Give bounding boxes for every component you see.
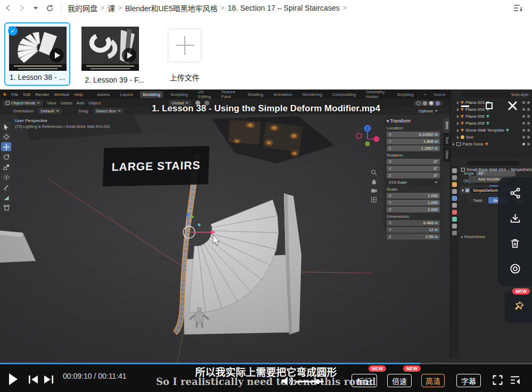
rotate-tool-icon [1,152,11,161]
menu-window: Window [54,92,69,97]
workspace-geometry-nodes: Geometry Nodes [363,89,389,100]
location-x-field: X0.31592 m [387,132,440,137]
tab-item: Item [443,118,450,133]
thumbnail-play-icon[interactable] [122,48,136,62]
subtitle-button[interactable]: 字幕 [456,374,481,387]
location-y-field: Y1.806 m [387,138,440,144]
minimize-icon[interactable] [461,105,469,107]
toolbar-divider [61,4,61,12]
playlist-icon[interactable] [509,374,521,386]
breadcrumb-item-blender[interactable]: Blender和UE5暗黑地牢风格 [125,3,218,13]
video-thumbnail-lesson39[interactable] [81,27,139,71]
rotation-x-field: X0° [387,159,440,165]
breadcrumb-item-section[interactable]: 18. Section 17 – Spiral Staircases [228,4,340,12]
sort-list-icon[interactable] [512,2,525,14]
video-player[interactable]: File Edit Render Window Help Assets Layo… [0,89,532,392]
workspace-rendering: Rendering [300,91,325,98]
modifier-name-field: SimpleDeform [471,187,501,193]
plus-icon [184,36,185,55]
side-action-panel [498,177,532,287]
breadcrumb-item-root[interactable]: 我的网盘 [68,3,97,13]
transform-panel: ▾ Transform Location: X0.31592 m Y1.806 … [383,116,443,231]
scene-selector: Scene [433,92,446,97]
volume-knob[interactable] [315,379,320,384]
lit-scene [212,116,334,164]
selected-check-icon[interactable]: ✓ [8,26,18,36]
play-button[interactable] [9,373,18,385]
volume-slider[interactable] [296,381,324,382]
deform-mode-twist: Twist [468,197,488,203]
speed-button[interactable]: 倍速 [387,374,412,387]
history-dropdown-icon[interactable] [30,2,42,14]
breadcrumb-separator: > [221,4,225,12]
file-card-lesson38[interactable]: ✓ 1. Lesson 38 - ... [4,22,70,86]
hd-quality-button[interactable]: 高清 [421,374,445,387]
fullscreen-icon[interactable] [492,374,503,386]
file-label-lesson39[interactable]: 2. Lesson 39 - F... [81,76,148,84]
workspace-animation: Animation [271,91,295,98]
upload-file-tile[interactable] [168,29,201,62]
zoom-icon [371,169,377,176]
workspace-shading: Shading [245,91,266,98]
workspace-uv-editing: UV Editing [195,89,214,100]
workspace-scripting: Scripting [395,91,416,98]
delete-icon[interactable] [509,238,521,251]
thumbnail-play-icon[interactable] [50,48,64,62]
blender-menubar: File Edit Render Window Help Assets Layo… [0,89,450,99]
viewport-perspective-label: User Perspective [15,118,47,123]
menu-edit: Edit [23,92,30,97]
tab-view: View [443,147,450,162]
workspace-compositing: Compositing [330,91,358,98]
volume-icon[interactable] [281,376,293,386]
thumbnail-caption-strip [81,64,139,71]
mark-button[interactable]: 标记 [351,374,377,387]
dimensions-y-field: Y12 m [387,227,440,233]
outliner-search-input [462,93,511,97]
wrench-icon [465,189,469,192]
back-icon[interactable] [2,2,14,14]
workspace-add: + [421,91,429,98]
file-card-lesson39[interactable]: 2. Lesson 39 - F... [81,22,148,86]
viewport-collection-label: (72) Lighting & References | Small Brick… [15,124,110,129]
pin-icon[interactable] [513,300,525,314]
file-label-lesson38[interactable]: 1. Lesson 38 - ... [5,73,69,81]
outliner-row: Sun [451,134,532,141]
properties-breadcrumb: Small Brick Wall 4X4 › SimpleDefo... [461,167,532,172]
previous-video-button[interactable] [28,375,38,384]
scale-label: Scale: [387,187,440,192]
sidebar-tabs: Item Tool View [443,118,450,162]
breadcrumb-separator: > [343,4,347,12]
refresh-icon[interactable] [44,2,55,14]
outliner-row: Plane.008 [451,120,532,127]
modifier-tab-icon [452,196,457,201]
rotation-y-field: Y0° [387,166,440,172]
workspace-layout: Layout [117,91,135,98]
pan-hand-icon [371,178,377,185]
rotation-label: Rotation: [387,153,440,158]
workspace-modeling: Modeling [140,91,162,98]
x-axis-line [47,178,187,270]
camera-view-icon [371,187,377,194]
close-icon[interactable] [507,100,518,113]
video-progress-bar[interactable] [0,363,532,364]
breadcrumb: 我的网盘 > 课 > Blender和UE5暗黑地牢风格 > 18. Secti… [66,3,348,13]
breadcrumb-separator: > [118,4,122,12]
next-video-button[interactable] [44,375,54,384]
scale-y-field: Y1.000 [387,200,440,206]
record-icon[interactable] [509,263,521,277]
share-icon[interactable] [509,187,521,201]
cursor-tool-icon [1,132,11,141]
video-thumbnail-lesson38[interactable] [9,27,67,71]
pin-panel[interactable]: NEW [505,292,532,323]
breadcrumb-item-course[interactable]: 课 [108,3,115,13]
download-icon[interactable] [509,213,521,227]
speed-new-badge: NEW [403,365,421,372]
blender-logo-icon [3,92,7,97]
maximize-icon[interactable] [486,102,493,109]
transform-tool-icon [1,173,11,182]
mark-new-badge: NEW [369,365,386,372]
forward-icon[interactable] [16,2,28,14]
scale-tool-icon [1,162,11,172]
pin-new-badge: NEW [512,288,530,295]
select-tool-icon [1,122,11,131]
